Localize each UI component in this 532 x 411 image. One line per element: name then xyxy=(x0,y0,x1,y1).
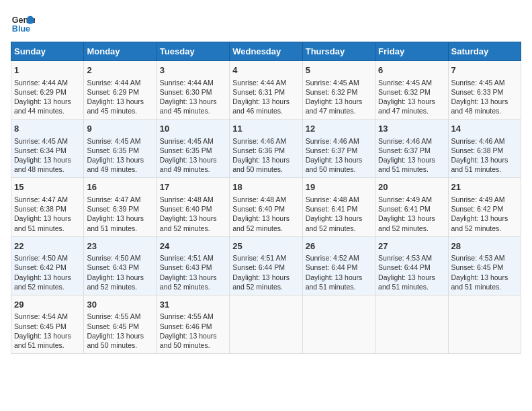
day-cell: 3Sunrise: 4:44 AM Sunset: 6:30 PM Daylig… xyxy=(157,61,229,120)
day-cell: 8Sunrise: 4:45 AM Sunset: 6:34 PM Daylig… xyxy=(11,120,84,178)
day-info: Sunrise: 4:55 AM Sunset: 6:45 PM Dayligh… xyxy=(87,312,153,350)
day-info: Sunrise: 4:44 AM Sunset: 6:29 PM Dayligh… xyxy=(87,78,153,116)
day-number: 22 xyxy=(14,240,81,253)
day-info: Sunrise: 4:45 AM Sunset: 6:32 PM Dayligh… xyxy=(378,78,445,116)
day-info: Sunrise: 4:46 AM Sunset: 6:38 PM Dayligh… xyxy=(451,136,518,175)
day-info: Sunrise: 4:53 AM Sunset: 6:45 PM Dayligh… xyxy=(451,253,518,291)
day-info: Sunrise: 4:45 AM Sunset: 6:35 PM Dayligh… xyxy=(87,136,153,175)
day-cell xyxy=(375,295,448,353)
week-row-4: 22Sunrise: 4:50 AM Sunset: 6:42 PM Dayli… xyxy=(11,236,521,295)
day-number: 16 xyxy=(87,181,153,193)
day-info: Sunrise: 4:47 AM Sunset: 6:39 PM Dayligh… xyxy=(87,195,153,233)
day-number: 30 xyxy=(87,299,153,311)
day-number: 13 xyxy=(378,123,445,135)
calendar-header: SundayMondayTuesdayWednesdayThursdayFrid… xyxy=(11,42,521,61)
day-number: 6 xyxy=(378,64,445,77)
day-info: Sunrise: 4:54 AM Sunset: 6:45 PM Dayligh… xyxy=(14,312,81,350)
day-cell: 10Sunrise: 4:45 AM Sunset: 6:35 PM Dayli… xyxy=(157,120,229,178)
day-info: Sunrise: 4:46 AM Sunset: 6:37 PM Dayligh… xyxy=(378,136,445,175)
day-info: Sunrise: 4:52 AM Sunset: 6:44 PM Dayligh… xyxy=(306,253,372,291)
logo-icon: General Blue xyxy=(11,11,35,35)
header: General Blue xyxy=(11,11,521,35)
day-info: Sunrise: 4:46 AM Sunset: 6:36 PM Dayligh… xyxy=(232,136,299,175)
day-info: Sunrise: 4:45 AM Sunset: 6:32 PM Dayligh… xyxy=(306,78,372,116)
day-cell: 20Sunrise: 4:49 AM Sunset: 6:41 PM Dayli… xyxy=(375,178,448,236)
day-info: Sunrise: 4:49 AM Sunset: 6:42 PM Dayligh… xyxy=(451,195,518,233)
day-number: 12 xyxy=(306,123,372,135)
col-wednesday: Wednesday xyxy=(230,42,302,61)
week-row-3: 15Sunrise: 4:47 AM Sunset: 6:38 PM Dayli… xyxy=(11,178,521,236)
day-number: 8 xyxy=(14,123,81,135)
day-cell: 7Sunrise: 4:45 AM Sunset: 6:33 PM Daylig… xyxy=(448,61,521,120)
day-cell: 31Sunrise: 4:55 AM Sunset: 6:46 PM Dayli… xyxy=(157,295,229,353)
day-info: Sunrise: 4:46 AM Sunset: 6:37 PM Dayligh… xyxy=(306,136,372,175)
day-info: Sunrise: 4:47 AM Sunset: 6:38 PM Dayligh… xyxy=(14,195,81,233)
day-info: Sunrise: 4:44 AM Sunset: 6:30 PM Dayligh… xyxy=(160,78,226,116)
day-number: 20 xyxy=(378,181,445,193)
day-cell: 9Sunrise: 4:45 AM Sunset: 6:35 PM Daylig… xyxy=(84,120,157,178)
day-cell: 12Sunrise: 4:46 AM Sunset: 6:37 PM Dayli… xyxy=(302,120,375,178)
day-number: 31 xyxy=(160,299,226,311)
week-row-2: 8Sunrise: 4:45 AM Sunset: 6:34 PM Daylig… xyxy=(11,120,521,178)
day-cell: 5Sunrise: 4:45 AM Sunset: 6:32 PM Daylig… xyxy=(302,61,375,120)
day-info: Sunrise: 4:45 AM Sunset: 6:33 PM Dayligh… xyxy=(451,78,518,116)
day-cell: 13Sunrise: 4:46 AM Sunset: 6:37 PM Dayli… xyxy=(375,120,448,178)
col-tuesday: Tuesday xyxy=(157,42,229,61)
day-info: Sunrise: 4:48 AM Sunset: 6:40 PM Dayligh… xyxy=(160,195,226,233)
day-number: 21 xyxy=(451,181,518,193)
day-cell: 4Sunrise: 4:44 AM Sunset: 6:31 PM Daylig… xyxy=(230,61,302,120)
col-thursday: Thursday xyxy=(302,42,375,61)
col-friday: Friday xyxy=(375,42,448,61)
day-cell: 18Sunrise: 4:48 AM Sunset: 6:40 PM Dayli… xyxy=(230,178,302,236)
day-number: 26 xyxy=(306,240,372,253)
day-number: 5 xyxy=(306,64,372,77)
day-info: Sunrise: 4:45 AM Sunset: 6:35 PM Dayligh… xyxy=(160,136,226,175)
day-number: 19 xyxy=(306,181,372,193)
day-info: Sunrise: 4:49 AM Sunset: 6:41 PM Dayligh… xyxy=(378,195,445,233)
day-info: Sunrise: 4:55 AM Sunset: 6:46 PM Dayligh… xyxy=(160,312,226,350)
day-number: 28 xyxy=(451,240,518,253)
day-cell xyxy=(230,295,302,353)
day-cell: 17Sunrise: 4:48 AM Sunset: 6:40 PM Dayli… xyxy=(157,178,229,236)
day-info: Sunrise: 4:50 AM Sunset: 6:43 PM Dayligh… xyxy=(87,253,153,291)
day-cell: 29Sunrise: 4:54 AM Sunset: 6:45 PM Dayli… xyxy=(11,295,84,353)
day-cell: 11Sunrise: 4:46 AM Sunset: 6:36 PM Dayli… xyxy=(230,120,302,178)
day-number: 9 xyxy=(87,123,153,135)
day-cell: 19Sunrise: 4:48 AM Sunset: 6:41 PM Dayli… xyxy=(302,178,375,236)
day-number: 14 xyxy=(451,123,518,135)
day-info: Sunrise: 4:50 AM Sunset: 6:42 PM Dayligh… xyxy=(14,253,81,291)
day-number: 2 xyxy=(87,64,153,77)
day-cell: 21Sunrise: 4:49 AM Sunset: 6:42 PM Dayli… xyxy=(448,178,521,236)
day-info: Sunrise: 4:44 AM Sunset: 6:29 PM Dayligh… xyxy=(14,78,81,116)
day-number: 1 xyxy=(14,64,81,77)
day-number: 17 xyxy=(160,181,226,193)
day-number: 4 xyxy=(232,64,299,77)
logo: General Blue xyxy=(11,11,38,35)
day-number: 7 xyxy=(451,64,518,77)
calendar-table: SundayMondayTuesdayWednesdayThursdayFrid… xyxy=(11,42,521,354)
day-number: 18 xyxy=(232,181,299,193)
day-number: 27 xyxy=(378,240,445,253)
day-info: Sunrise: 4:44 AM Sunset: 6:31 PM Dayligh… xyxy=(232,78,299,116)
day-cell: 2Sunrise: 4:44 AM Sunset: 6:29 PM Daylig… xyxy=(84,61,157,120)
day-cell: 23Sunrise: 4:50 AM Sunset: 6:43 PM Dayli… xyxy=(84,236,157,295)
day-cell: 26Sunrise: 4:52 AM Sunset: 6:44 PM Dayli… xyxy=(302,236,375,295)
day-cell: 24Sunrise: 4:51 AM Sunset: 6:43 PM Dayli… xyxy=(157,236,229,295)
day-number: 15 xyxy=(14,181,81,193)
day-cell: 6Sunrise: 4:45 AM Sunset: 6:32 PM Daylig… xyxy=(375,61,448,120)
day-number: 24 xyxy=(160,240,226,253)
day-cell xyxy=(448,295,521,353)
col-saturday: Saturday xyxy=(448,42,521,61)
day-number: 10 xyxy=(160,123,226,135)
day-cell: 14Sunrise: 4:46 AM Sunset: 6:38 PM Dayli… xyxy=(448,120,521,178)
day-number: 29 xyxy=(14,299,81,311)
day-cell: 22Sunrise: 4:50 AM Sunset: 6:42 PM Dayli… xyxy=(11,236,84,295)
week-row-1: 1Sunrise: 4:44 AM Sunset: 6:29 PM Daylig… xyxy=(11,61,521,120)
svg-text:Blue: Blue xyxy=(12,24,30,34)
day-number: 25 xyxy=(232,240,299,253)
day-cell: 28Sunrise: 4:53 AM Sunset: 6:45 PM Dayli… xyxy=(448,236,521,295)
col-monday: Monday xyxy=(84,42,157,61)
day-cell xyxy=(302,295,375,353)
day-info: Sunrise: 4:53 AM Sunset: 6:44 PM Dayligh… xyxy=(378,253,445,291)
day-cell: 16Sunrise: 4:47 AM Sunset: 6:39 PM Dayli… xyxy=(84,178,157,236)
